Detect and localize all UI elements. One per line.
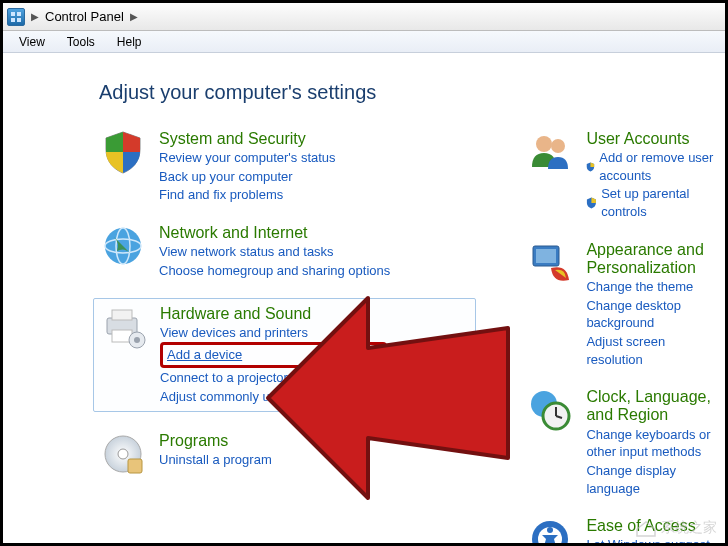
category-title-programs[interactable]: Programs <box>159 432 272 450</box>
printer-icon <box>100 303 148 351</box>
category-title-system-security[interactable]: System and Security <box>159 130 336 148</box>
disc-icon <box>99 430 147 478</box>
svg-point-16 <box>551 139 565 153</box>
breadcrumb-root[interactable]: Control Panel <box>45 9 124 24</box>
category-title-clock[interactable]: Clock, Language, and Region <box>586 388 725 425</box>
link-parental-controls-label: Set up parental controls <box>601 185 725 220</box>
link-find-fix[interactable]: Find and fix problems <box>159 186 336 204</box>
category-user-accounts: User Accounts Add or remove user account… <box>526 128 725 221</box>
category-hardware-sound-box: Hardware and Sound View devices and prin… <box>93 298 476 413</box>
link-view-devices[interactable]: View devices and printers <box>160 324 387 342</box>
category-programs: Programs Uninstall a program <box>99 430 476 478</box>
link-change-theme[interactable]: Change the theme <box>586 278 725 296</box>
highlight-add-device: Add a device <box>160 342 387 368</box>
link-connect-projector[interactable]: Connect to a projector <box>160 369 387 387</box>
appearance-icon <box>526 239 574 287</box>
watermark-icon <box>635 519 657 537</box>
svg-point-15 <box>536 136 552 152</box>
category-title-user-accounts[interactable]: User Accounts <box>586 130 725 148</box>
menu-tools[interactable]: Tools <box>57 33 105 51</box>
chevron-right-icon: ▶ <box>29 11 41 22</box>
link-desktop-bg[interactable]: Change desktop background <box>586 297 725 332</box>
link-display-lang[interactable]: Change display language <box>586 462 725 497</box>
category-column-left: System and Security Review your computer… <box>99 128 476 546</box>
category-appearance: Appearance and Personalization Change th… <box>526 239 725 369</box>
link-suggest-settings[interactable]: Let Windows suggest settings <box>586 536 725 546</box>
watermark: 系统之家 <box>635 519 717 537</box>
category-clock: Clock, Language, and Region Change keybo… <box>526 386 725 497</box>
category-column-right: User Accounts Add or remove user account… <box>526 128 725 546</box>
content-area: Adjust your computer's settings System a… <box>3 53 725 543</box>
category-network: Network and Internet View network status… <box>99 222 476 279</box>
svg-point-11 <box>134 337 140 343</box>
svg-rect-14 <box>128 459 142 473</box>
page-heading: Adjust your computer's settings <box>99 81 725 104</box>
category-title-appearance[interactable]: Appearance and Personalization <box>586 241 725 278</box>
link-add-device[interactable]: Add a device <box>167 346 380 364</box>
category-system-security: System and Security Review your computer… <box>99 128 476 204</box>
uac-shield-icon <box>586 197 597 209</box>
link-parental-controls[interactable]: Set up parental controls <box>586 185 725 220</box>
globe-icon <box>99 222 147 270</box>
svg-rect-18 <box>536 249 556 263</box>
category-title-hardware-sound[interactable]: Hardware and Sound <box>160 305 387 323</box>
address-bar: ▶ Control Panel ▶ <box>3 3 725 31</box>
category-title-network[interactable]: Network and Internet <box>159 224 390 242</box>
svg-rect-2 <box>11 18 15 22</box>
chevron-right-icon: ▶ <box>128 11 140 22</box>
shield-icon <box>99 128 147 176</box>
link-add-remove-accounts[interactable]: Add or remove user accounts <box>586 149 725 184</box>
svg-rect-1 <box>17 12 21 16</box>
link-backup[interactable]: Back up your computer <box>159 168 336 186</box>
link-uninstall[interactable]: Uninstall a program <box>159 451 272 469</box>
svg-rect-8 <box>112 310 132 320</box>
ease-access-icon <box>526 515 574 546</box>
link-mobility-settings[interactable]: Adjust commonly used mobility settings <box>160 388 387 406</box>
category-hardware-sound: Hardware and Sound View devices and prin… <box>100 303 469 406</box>
link-keyboards[interactable]: Change keyboards or other input methods <box>586 426 725 461</box>
svg-point-13 <box>118 449 128 459</box>
link-review-status[interactable]: Review your computer's status <box>159 149 336 167</box>
link-screen-res[interactable]: Adjust screen resolution <box>586 333 725 368</box>
users-icon <box>526 128 574 176</box>
svg-rect-3 <box>17 18 21 22</box>
menu-help[interactable]: Help <box>107 33 152 51</box>
uac-shield-icon <box>586 161 595 173</box>
watermark-text: 系统之家 <box>661 519 717 537</box>
clock-icon <box>526 386 574 434</box>
svg-point-25 <box>547 527 553 533</box>
link-homegroup[interactable]: Choose homegroup and sharing options <box>159 262 390 280</box>
menu-view[interactable]: View <box>9 33 55 51</box>
link-network-status[interactable]: View network status and tasks <box>159 243 390 261</box>
control-panel-icon <box>7 8 25 26</box>
svg-rect-0 <box>11 12 15 16</box>
menu-bar: View Tools Help <box>3 31 725 53</box>
link-add-remove-accounts-label: Add or remove user accounts <box>599 149 725 184</box>
